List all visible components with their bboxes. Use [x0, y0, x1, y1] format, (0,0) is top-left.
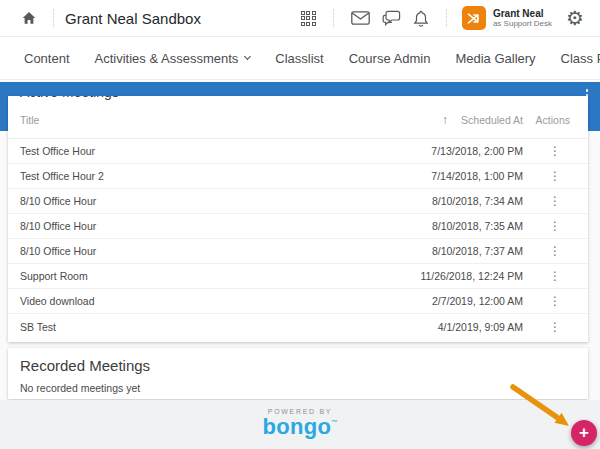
- meeting-title: 8/10 Office Hour: [20, 245, 432, 257]
- meeting-scheduled-at: 4/1/2019, 9:09 AM: [438, 321, 523, 333]
- meeting-row: Test Office Hour 2 7/14/2018, 1:00 PM ⋮: [8, 164, 588, 189]
- active-meetings-card: Active Meetings Title ↑ Scheduled At Act…: [8, 96, 588, 342]
- meeting-row: Video download 2/7/2019, 12:00 AM ⋮: [8, 289, 588, 314]
- meeting-title: SB Test: [20, 321, 438, 333]
- meeting-scheduled-at: 2/7/2019, 12:00 AM: [432, 295, 523, 307]
- chevron-down-icon: [244, 53, 251, 60]
- plus-icon: +: [579, 423, 589, 443]
- row-actions-kebab-icon[interactable]: ⋮: [549, 170, 561, 182]
- waffle-icon: [301, 11, 316, 26]
- footer: POWERED BY bongo™: [0, 400, 600, 449]
- meeting-title: Video download: [20, 295, 432, 307]
- row-actions-kebab-icon[interactable]: ⋮: [549, 321, 561, 333]
- nav-item-media-gallery[interactable]: Media Gallery: [455, 51, 535, 66]
- meeting-title: 8/10 Office Hour: [20, 220, 432, 232]
- meeting-scheduled-at: 7/13/2018, 2:00 PM: [431, 145, 523, 157]
- meeting-row: Support Room 11/26/2018, 12:24 PM ⋮: [8, 264, 588, 289]
- bongo-logo: bongo™: [0, 415, 600, 438]
- recorded-meetings-empty-message: No recorded meetings yet: [20, 382, 588, 394]
- meeting-row: Test Office Hour 7/13/2018, 2:00 PM ⋮: [8, 139, 588, 164]
- home-icon[interactable]: [16, 5, 42, 31]
- column-header-actions: Actions: [523, 114, 576, 126]
- row-actions-kebab-icon[interactable]: ⋮: [549, 220, 561, 232]
- user-menu[interactable]: Grant Neal as Support Desk: [493, 8, 552, 29]
- row-actions-kebab-icon[interactable]: ⋮: [549, 270, 561, 282]
- meeting-scheduled-at: 8/10/2018, 7:35 AM: [432, 220, 523, 232]
- meeting-scheduled-at: 7/14/2018, 1:00 PM: [431, 170, 523, 182]
- email-icon[interactable]: [345, 5, 376, 31]
- sort-ascending-icon: ↑: [442, 113, 448, 127]
- meeting-title: Test Office Hour 2: [20, 170, 431, 182]
- row-actions-kebab-icon[interactable]: ⋮: [549, 295, 561, 307]
- column-header-scheduled-at[interactable]: ↑ Scheduled At: [442, 113, 523, 127]
- minibar: Grant Neal Sandbox: [0, 0, 600, 37]
- meeting-title: 8/10 Office Hour: [20, 195, 432, 207]
- divider: [446, 9, 447, 27]
- meeting-scheduled-at: 8/10/2018, 7:37 AM: [432, 245, 523, 257]
- column-header-title: Title: [20, 114, 442, 126]
- meeting-row: SB Test 4/1/2019, 9:09 AM ⋮: [8, 314, 588, 339]
- nav-item-activities-assessments[interactable]: Activities & Assessments: [95, 51, 251, 66]
- notifications-bell-icon[interactable]: [407, 5, 435, 31]
- recorded-meetings-title: Recorded Meetings: [20, 357, 588, 374]
- meeting-title: Test Office Hour: [20, 145, 431, 157]
- nav-item-classlist[interactable]: Classlist: [275, 51, 323, 66]
- meeting-row: 8/10 Office Hour 8/10/2018, 7:37 AM ⋮: [8, 239, 588, 264]
- divider: [333, 9, 334, 27]
- meeting-row: 8/10 Office Hour 8/10/2018, 7:34 AM ⋮: [8, 189, 588, 214]
- row-actions-kebab-icon[interactable]: ⋮: [549, 145, 561, 157]
- apps-grid-icon[interactable]: [295, 5, 322, 31]
- minibar-actions: Grant Neal as Support Desk ⚙: [295, 5, 588, 31]
- meeting-title: Support Room: [20, 270, 420, 282]
- settings-gear-icon[interactable]: ⚙: [562, 8, 588, 28]
- meeting-row: 8/10 Office Hour 8/10/2018, 7:35 AM ⋮: [8, 214, 588, 239]
- row-actions-kebab-icon[interactable]: ⋮: [549, 245, 561, 257]
- nav-item-course-admin[interactable]: Course Admin: [349, 51, 431, 66]
- user-role: as Support Desk: [493, 19, 552, 28]
- chat-icon[interactable]: [376, 5, 407, 31]
- user-name: Grant Neal: [493, 8, 552, 20]
- user-avatar-impersonation-icon[interactable]: [462, 6, 486, 30]
- meetings-table-header: Title ↑ Scheduled At Actions: [8, 101, 588, 139]
- nav-item-class-progress[interactable]: Class Progress: [561, 51, 600, 66]
- add-meeting-fab-button[interactable]: +: [571, 420, 597, 446]
- meeting-scheduled-at: 8/10/2018, 7:34 AM: [432, 195, 523, 207]
- course-navbar: Content Activities & Assessments Classli…: [0, 37, 600, 80]
- content-area: Active Meetings Title ↑ Scheduled At Act…: [0, 81, 600, 449]
- page-title: Grant Neal Sandbox: [65, 10, 201, 27]
- divider: [53, 9, 54, 27]
- recorded-meetings-card: Recorded Meetings No recorded meetings y…: [8, 348, 588, 399]
- row-actions-kebab-icon[interactable]: ⋮: [549, 195, 561, 207]
- meeting-scheduled-at: 11/26/2018, 12:24 PM: [420, 270, 523, 282]
- nav-item-content[interactable]: Content: [24, 51, 70, 66]
